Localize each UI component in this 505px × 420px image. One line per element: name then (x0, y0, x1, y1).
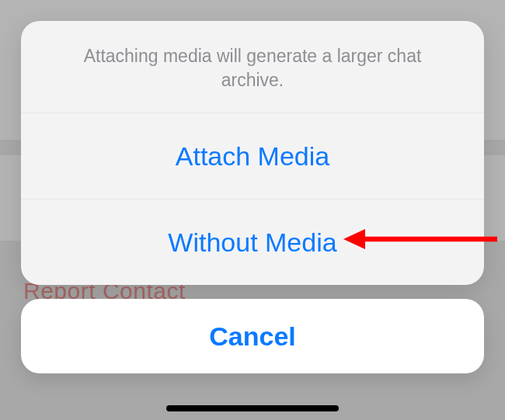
attach-media-label: Attach Media (176, 141, 329, 172)
cancel-button[interactable]: Cancel (21, 299, 484, 373)
without-media-button[interactable]: Without Media (21, 199, 484, 285)
attach-media-button[interactable]: Attach Media (21, 113, 484, 199)
without-media-label: Without Media (168, 227, 336, 258)
action-sheet-message: Attaching media will generate a larger c… (21, 21, 484, 113)
cancel-label: Cancel (209, 321, 296, 352)
home-indicator[interactable] (166, 405, 339, 411)
action-sheet: Attaching media will generate a larger c… (21, 21, 484, 285)
